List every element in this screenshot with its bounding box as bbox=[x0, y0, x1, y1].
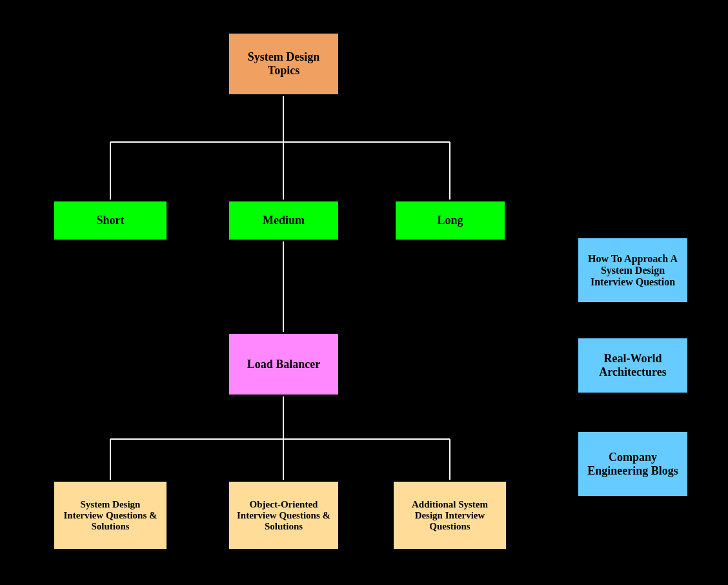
node-long[interactable]: Long bbox=[394, 200, 507, 241]
node-load-balancer[interactable]: Load Balancer bbox=[227, 332, 340, 396]
node-system-design-topics[interactable]: System Design Topics bbox=[227, 32, 340, 96]
node-medium[interactable]: Medium bbox=[227, 200, 340, 241]
node-real-world-architectures[interactable]: Real-World Architectures bbox=[576, 336, 689, 395]
node-company-engineering-blogs[interactable]: Company Engineering Blogs bbox=[576, 430, 689, 498]
node-short[interactable]: Short bbox=[52, 200, 168, 241]
node-how-to-approach[interactable]: How To Approach A System Design Intervie… bbox=[576, 236, 689, 304]
node-additional-sd-interview-questions[interactable]: Additional System Design Interview Quest… bbox=[392, 480, 508, 551]
node-oo-interview-questions-solutions[interactable]: Object-Oriented Interview Questions & So… bbox=[227, 480, 340, 551]
node-sd-interview-questions-solutions[interactable]: System Design Interview Questions & Solu… bbox=[52, 480, 168, 551]
